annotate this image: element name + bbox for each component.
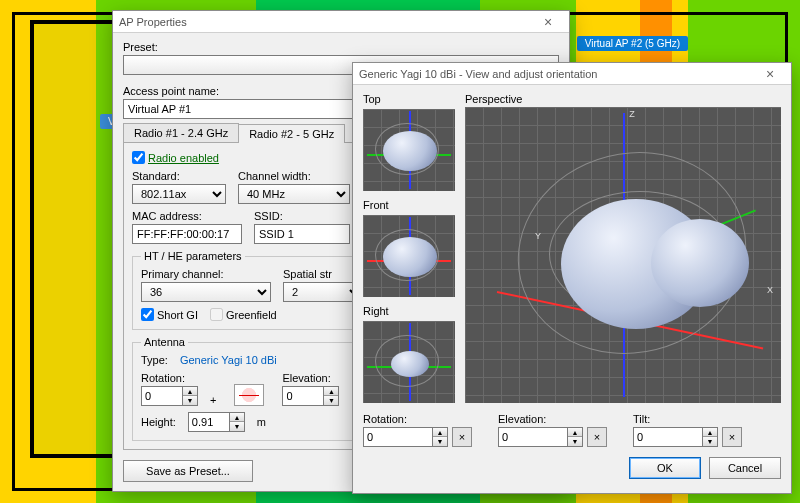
standard-label: Standard: bbox=[132, 170, 226, 182]
short-gi-checkbox[interactable]: Short GI bbox=[141, 308, 198, 321]
height-spinner[interactable]: ▲▼ bbox=[188, 412, 245, 432]
rotation-label: Rotation: bbox=[141, 372, 198, 384]
chevron-up-icon[interactable]: ▲ bbox=[703, 428, 717, 437]
orientation-title: Generic Yagi 10 dBi - View and adjust or… bbox=[359, 68, 755, 80]
orient-tilt-spinner[interactable]: ▲▼ bbox=[633, 427, 718, 447]
perspective-pane[interactable]: Z X Y bbox=[465, 107, 781, 403]
front-view-label: Front bbox=[363, 199, 455, 211]
orient-tilt-label: Tilt: bbox=[633, 413, 742, 425]
ssid-input[interactable] bbox=[254, 224, 350, 244]
antenna-type-link[interactable]: Generic Yagi 10 dBi bbox=[180, 354, 277, 366]
right-view-label: Right bbox=[363, 305, 455, 317]
ap-marker-right[interactable]: Virtual AP #2 (5 GHz) bbox=[577, 36, 688, 51]
chevron-down-icon[interactable]: ▼ bbox=[324, 396, 338, 405]
chevron-down-icon[interactable]: ▼ bbox=[183, 396, 197, 405]
primary-channel-select[interactable]: 36 bbox=[141, 282, 271, 302]
ap-properties-title: AP Properties bbox=[119, 16, 533, 28]
top-view-label: Top bbox=[363, 93, 455, 105]
spatial-streams-label: Spatial str bbox=[283, 268, 363, 280]
top-view-pane[interactable] bbox=[363, 109, 455, 191]
tab-radio2[interactable]: Radio #2 - 5 GHz bbox=[238, 124, 345, 143]
chevron-up-icon[interactable]: ▲ bbox=[324, 387, 338, 396]
orient-elevation-label: Elevation: bbox=[498, 413, 607, 425]
ht-he-legend: HT / HE parameters bbox=[141, 250, 245, 262]
chevron-down-icon[interactable]: ▼ bbox=[568, 437, 582, 446]
antenna-type-label: Type: bbox=[141, 354, 168, 366]
greenfield-checkbox: Greenfield bbox=[210, 308, 277, 321]
mac-label: MAC address: bbox=[132, 210, 242, 222]
close-icon[interactable]: × bbox=[533, 15, 563, 29]
axis-z-label: Z bbox=[629, 109, 635, 119]
clear-elevation-icon[interactable]: × bbox=[587, 427, 607, 447]
clear-rotation-icon[interactable]: × bbox=[452, 427, 472, 447]
chevron-down-icon[interactable]: ▼ bbox=[433, 437, 447, 446]
channel-width-label: Channel width: bbox=[238, 170, 350, 182]
antenna-legend: Antenna bbox=[141, 336, 188, 348]
ok-button[interactable]: OK bbox=[629, 457, 701, 479]
height-unit: m bbox=[257, 416, 266, 428]
channel-width-select[interactable]: 40 MHz bbox=[238, 184, 350, 204]
chevron-down-icon[interactable]: ▼ bbox=[703, 437, 717, 446]
chevron-up-icon[interactable]: ▲ bbox=[183, 387, 197, 396]
front-view-pane[interactable] bbox=[363, 215, 455, 297]
rotation-spinner[interactable]: ▲▼ bbox=[141, 386, 198, 406]
standard-select[interactable]: 802.11ax bbox=[132, 184, 226, 204]
orient-rotation-spinner[interactable]: ▲▼ bbox=[363, 427, 448, 447]
spatial-streams-select[interactable]: 2 bbox=[283, 282, 363, 302]
elevation-label: Elevation: bbox=[282, 372, 339, 384]
antenna-pattern-icon[interactable] bbox=[234, 384, 264, 406]
chevron-up-icon[interactable]: ▲ bbox=[230, 413, 244, 422]
chevron-up-icon[interactable]: ▲ bbox=[568, 428, 582, 437]
chevron-up-icon[interactable]: ▲ bbox=[433, 428, 447, 437]
ssid-label: SSID: bbox=[254, 210, 350, 222]
axis-x-label: X bbox=[767, 285, 773, 295]
close-icon[interactable]: × bbox=[755, 67, 785, 81]
preset-label: Preset: bbox=[123, 41, 559, 53]
orient-elevation-spinner[interactable]: ▲▼ bbox=[498, 427, 583, 447]
height-label: Height: bbox=[141, 416, 176, 428]
save-as-preset-button[interactable]: Save as Preset... bbox=[123, 460, 253, 482]
tab-radio1[interactable]: Radio #1 - 2.4 GHz bbox=[123, 123, 239, 142]
chevron-down-icon[interactable]: ▼ bbox=[230, 422, 244, 431]
orientation-titlebar[interactable]: Generic Yagi 10 dBi - View and adjust or… bbox=[353, 63, 791, 85]
orient-rotation-label: Rotation: bbox=[363, 413, 472, 425]
perspective-label: Perspective bbox=[465, 93, 781, 105]
mac-input[interactable] bbox=[132, 224, 242, 244]
orientation-dialog: Generic Yagi 10 dBi - View and adjust or… bbox=[352, 62, 792, 494]
plus-icon: + bbox=[210, 394, 216, 406]
ap-properties-titlebar[interactable]: AP Properties × bbox=[113, 11, 569, 33]
right-view-pane[interactable] bbox=[363, 321, 455, 403]
radio-enabled-checkbox[interactable]: Radio enabled bbox=[132, 151, 219, 164]
primary-channel-label: Primary channel: bbox=[141, 268, 271, 280]
elevation-spinner[interactable]: ▲▼ bbox=[282, 386, 339, 406]
cancel-button[interactable]: Cancel bbox=[709, 457, 781, 479]
axis-y-label: Y bbox=[535, 231, 541, 241]
clear-tilt-icon[interactable]: × bbox=[722, 427, 742, 447]
